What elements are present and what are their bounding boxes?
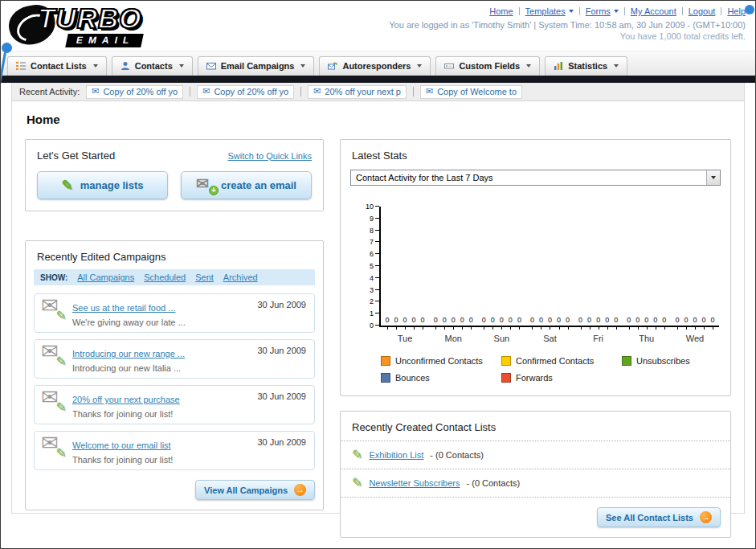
- campaign-link[interactable]: See us at the retail food ...: [72, 303, 175, 313]
- nav-link-my-account[interactable]: My Account: [631, 6, 676, 16]
- campaign-date: 30 Jun 2009: [257, 300, 306, 309]
- envelope-icon: ✉: [313, 87, 321, 96]
- x-axis-label: Fri: [574, 334, 623, 343]
- separator: [682, 7, 683, 15]
- campaign-subtitle: Thanks for joining our list!: [72, 455, 308, 465]
- tab-label: Autoresponders: [342, 61, 411, 71]
- y-axis-tick: [375, 325, 379, 326]
- chevron-down-icon: [614, 10, 619, 13]
- chevron-down-icon: [179, 64, 184, 68]
- contacts-icon: [121, 61, 130, 71]
- filter-all-campaigns[interactable]: All Campaigns: [77, 272, 134, 282]
- separator: [721, 7, 721, 15]
- filter-archived[interactable]: Archived: [223, 272, 258, 282]
- legend-label: Bounces: [395, 373, 430, 383]
- chart-legend: Unconfirmed ContactsConfirmed ContactsUn…: [381, 356, 722, 383]
- nav-link-forms[interactable]: Forms: [586, 6, 611, 16]
- y-axis-label: 0: [359, 322, 374, 330]
- manage-lists-button[interactable]: ✎ manage lists: [37, 171, 168, 199]
- email-edit-icon: ✉ ✎: [41, 391, 65, 413]
- nav-link-help[interactable]: Help: [727, 6, 746, 16]
- chart-plot: 01234567891000000Tue00000Mon00000Sun0000…: [379, 207, 719, 327]
- recent-activity-item-label: 20% off your next p: [325, 87, 401, 96]
- see-all-contact-lists-label: See All Contact Lists: [606, 513, 693, 522]
- pencil-icon: ✎: [56, 447, 67, 460]
- contact-list-item: ✎ Newsletter Subscribers - (0 Contacts): [341, 469, 730, 498]
- tab-statistics[interactable]: Statistics: [545, 56, 627, 76]
- chart-value-label: 0: [460, 317, 464, 324]
- legend-swatch: [501, 373, 511, 383]
- contact-list-item: ✎ Exhibition List - (0 Contacts): [341, 441, 730, 469]
- separator: [624, 7, 625, 15]
- y-axis-label: 5: [359, 263, 374, 270]
- recent-campaigns-panel: Recently Edited Campaigns SHOW: All Camp…: [25, 240, 324, 510]
- chart-value-label: 0: [675, 317, 679, 324]
- contact-list-link[interactable]: Exhibition List: [369, 450, 423, 460]
- tab-label: Email Campaigns: [221, 61, 295, 71]
- separator: [300, 87, 301, 96]
- nav-link-home[interactable]: Home: [489, 6, 513, 16]
- x-axis-label: Thu: [623, 334, 671, 343]
- recent-activity-item[interactable]: ✉ Copy of 20% off yo: [197, 85, 294, 99]
- main-nav-tabs: Contact Lists Contacts Email Campaigns A…: [1, 51, 755, 76]
- tab-autoresponders[interactable]: Autoresponders: [319, 56, 431, 76]
- chart-value-label: 0: [452, 317, 456, 324]
- campaign-link[interactable]: Welcome to our email list: [72, 440, 171, 450]
- recent-activity-item-label: Copy of 20% off yo: [103, 87, 178, 96]
- nav-link-logout[interactable]: Logout: [689, 6, 716, 16]
- main-content: Home Let's Get Started Switch to Quick L…: [12, 101, 744, 538]
- filter-scheduled[interactable]: Scheduled: [144, 272, 186, 282]
- select-dropdown-button[interactable]: [706, 170, 720, 185]
- legend-item: Bounces: [381, 373, 501, 383]
- campaign-filter-bar: SHOW: All Campaigns Scheduled Sent Archi…: [34, 269, 315, 285]
- tab-label: Contacts: [135, 61, 173, 71]
- campaign-date: 30 Jun 2009: [257, 437, 306, 447]
- x-axis-label: Mon: [429, 334, 477, 343]
- y-axis-label: 4: [359, 274, 374, 281]
- chart-group: 00000Sat: [525, 207, 574, 326]
- filter-sent[interactable]: Sent: [195, 272, 214, 282]
- turbo-email-logo[interactable]: TURBO EMAIL: [7, 4, 240, 49]
- tab-contact-lists[interactable]: Contact Lists: [7, 56, 107, 76]
- campaign-link[interactable]: 20% off your next purchase: [72, 395, 180, 404]
- switch-quick-links-link[interactable]: Switch to Quick Links: [227, 151, 312, 161]
- tab-contacts[interactable]: Contacts: [112, 56, 193, 76]
- latest-stats-panel: Latest Stats Contact Activity for the La…: [340, 139, 731, 396]
- chart-value-label: 0: [644, 317, 648, 324]
- chevron-down-icon: [569, 10, 574, 13]
- stats-range-select[interactable]: Contact Activity for the Last 7 Days: [350, 170, 721, 186]
- annotation-dot: [2, 43, 12, 53]
- recent-activity-item[interactable]: ✉ Copy of Welcome to: [420, 85, 522, 99]
- campaign-subtitle: Introducing our new Italia ...: [72, 363, 308, 373]
- y-axis-tick: [375, 265, 379, 266]
- chevron-down-icon: [417, 64, 422, 68]
- pencil-icon: ✎: [61, 178, 72, 192]
- campaign-link[interactable]: Introducing our new range ...: [72, 349, 185, 358]
- email-campaigns-icon: [206, 61, 216, 71]
- contact-list-meta: - (0 Contacts): [467, 478, 521, 488]
- campaign-row: ✉ ✎ Welcome to our email list Thanks for…: [34, 431, 315, 470]
- nav-link-templates[interactable]: Templates: [525, 6, 566, 16]
- page-title: Home: [27, 113, 731, 126]
- contact-list-link[interactable]: Newsletter Subscribers: [369, 478, 460, 488]
- chart-group: 00000Mon: [429, 207, 477, 326]
- campaign-row: ✉ ✎ See us at the retail food ... We're …: [34, 293, 315, 333]
- tab-custom-fields[interactable]: Custom Fields: [435, 56, 540, 76]
- chart-group: 00000Sun: [477, 207, 525, 326]
- recent-activity-item[interactable]: ✉ 20% off your next p: [308, 85, 407, 99]
- chevron-down-icon: [300, 64, 305, 68]
- autoresponders-icon: [328, 61, 337, 71]
- x-axis-label: Sat: [525, 334, 574, 343]
- envelope-icon: ✉: [426, 87, 433, 96]
- legend-swatch: [501, 356, 511, 366]
- recent-activity-item[interactable]: ✉ Copy of 20% off yo: [86, 85, 183, 99]
- y-axis-label: 10: [359, 203, 374, 211]
- view-all-campaigns-button[interactable]: View All Campaigns →: [195, 480, 315, 500]
- tab-email-campaigns[interactable]: Email Campaigns: [198, 56, 315, 76]
- y-axis-label: 1: [359, 310, 374, 318]
- legend-swatch: [381, 356, 390, 366]
- see-all-contact-lists-button[interactable]: See All Contact Lists →: [597, 507, 721, 527]
- create-email-button[interactable]: ✉ + create an email: [181, 171, 312, 199]
- y-axis-tick: [375, 241, 379, 242]
- latest-stats-title: Latest Stats: [341, 140, 730, 168]
